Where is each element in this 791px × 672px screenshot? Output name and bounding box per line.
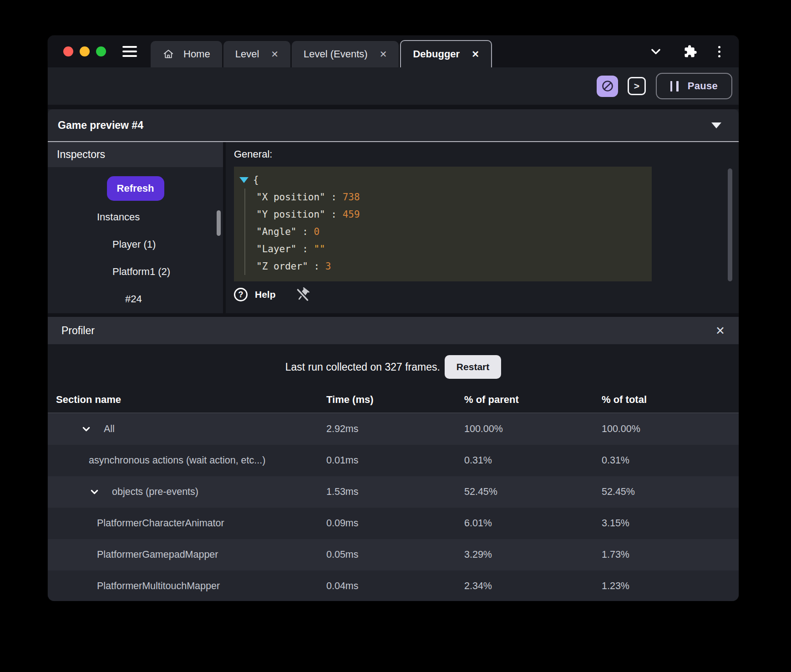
column-header-parent: % of parent [464, 394, 602, 406]
json-property-row[interactable]: "Y position" : 459 [256, 206, 652, 223]
tab-close-icon[interactable]: ✕ [271, 50, 279, 59]
refresh-button[interactable]: Refresh [107, 176, 164, 201]
hamburger-menu-icon[interactable] [122, 46, 137, 57]
profiler-toggle-button[interactable] [597, 76, 618, 97]
expand-triangle-icon[interactable] [239, 177, 248, 183]
tab[interactable]: Debugger ✕ [400, 40, 492, 67]
pause-button[interactable]: Pause [656, 73, 732, 99]
profiler-table: All 2.92ms 100.00% 100.00% asynchronous … [48, 412, 739, 601]
help-icon[interactable]: ? [234, 288, 248, 301]
pause-icon [670, 81, 679, 92]
property-value: 738 [343, 192, 360, 203]
profiler-table-row[interactable]: asynchronous actions (wait action, etc..… [48, 445, 739, 476]
property-value: "" [314, 244, 325, 255]
inspector-item-label: #24 [125, 293, 142, 305]
section-percent-total: 3.15% [602, 518, 739, 529]
inspectors-scrollbar-thumb[interactable] [217, 210, 221, 236]
tab-label: Debugger [413, 48, 460, 60]
profiler-status-row: Last run collected on 327 frames. Restar… [48, 355, 739, 379]
traffic-light-zoom[interactable] [96, 46, 106, 56]
section-percent-total: 0.31% [602, 455, 739, 466]
property-value: 0 [314, 226, 319, 237]
json-property-row[interactable]: "X position" : 738 [256, 188, 652, 206]
console-button[interactable]: > [628, 77, 646, 95]
property-key: "Z order" [256, 261, 308, 272]
chevron-down-icon[interactable] [649, 45, 663, 58]
section-time: 0.04ms [326, 580, 464, 592]
property-key: "Angle" [256, 226, 297, 237]
profiler-table-row[interactable]: objects (pre-events) 1.53ms 52.45% 52.45… [48, 476, 739, 508]
inspectors-panel-header: Inspectors [48, 142, 223, 167]
profiler-status-text: Last run collected on 327 frames. [285, 361, 440, 373]
tab[interactable]: Home ✕ [151, 41, 222, 67]
json-property-row[interactable]: "Z order" : 3 [256, 258, 652, 275]
section-name: PlatformerMultitouchMapper [97, 580, 220, 592]
dropdown-caret-icon[interactable] [711, 122, 721, 128]
profiler-table-row[interactable]: PlatformerMultitouchMapper 0.04ms 2.34% … [48, 570, 739, 601]
inspector-tree-item[interactable]: Instances [48, 204, 223, 231]
tab-close-icon[interactable]: ✕ [380, 50, 387, 59]
game-preview-header[interactable]: Game preview #4 [48, 109, 739, 142]
section-time: 0.01ms [326, 455, 464, 466]
section-percent-total: 1.73% [602, 549, 739, 560]
section-time: 0.09ms [326, 518, 464, 529]
json-property-row[interactable]: "Angle" : 0 [256, 223, 652, 240]
tab[interactable]: Level ✕ [223, 41, 290, 67]
debugger-panels: Inspectors Refresh Instances Player (1) [48, 142, 739, 313]
property-key: "X position" [256, 192, 325, 203]
help-link[interactable]: Help [255, 289, 276, 300]
tab-close-icon[interactable]: ✕ [472, 50, 479, 59]
column-header-total: % of total [602, 394, 739, 406]
general-section-title: General: [234, 148, 739, 160]
tab-label: Home [183, 48, 210, 60]
inspector-tree-item[interactable]: #24 [48, 285, 223, 313]
inspector-tree-item[interactable]: Player (1) [48, 231, 223, 258]
section-percent-total: 100.00% [602, 423, 739, 435]
titlebar-actions [649, 45, 720, 58]
kebab-menu-icon[interactable] [718, 46, 720, 57]
traffic-light-minimize[interactable] [80, 46, 90, 56]
profiler-table-row[interactable]: PlatformerGamepadMapper 0.05ms 3.29% 1.7… [48, 539, 739, 570]
inspector-tree: Instances Player (1) Platform1 (2) #24 [48, 204, 223, 313]
inspector-tree-item[interactable]: Platform1 (2) [48, 258, 223, 285]
tab-strip: Home ✕ Level ✕ [151, 36, 640, 67]
inspector-item-label: Player (1) [112, 239, 156, 250]
traffic-light-close[interactable] [63, 46, 73, 56]
section-percent-parent: 52.45% [464, 486, 602, 498]
inspector-item-label: Platform1 (2) [112, 266, 170, 277]
profiler-close-icon[interactable]: ✕ [715, 324, 725, 337]
section-name: objects (pre-events) [112, 486, 198, 498]
profiler-title: Profiler [61, 325, 95, 337]
divider [48, 105, 739, 109]
profiler-table-row[interactable]: PlatformerCharacterAnimator 0.09ms 6.01%… [48, 508, 739, 539]
section-name: PlatformerCharacterAnimator [97, 518, 224, 529]
tab-label: Level (Events) [304, 48, 368, 60]
section-percent-parent: 3.29% [464, 549, 602, 560]
unpin-icon[interactable] [295, 287, 310, 302]
extensions-puzzle-icon[interactable] [684, 45, 697, 58]
tab[interactable]: Level (Events) ✕ [292, 41, 399, 67]
section-percent-parent: 0.31% [464, 455, 602, 466]
property-key: "Layer" [256, 244, 297, 255]
chevron-down-icon[interactable] [89, 486, 100, 498]
property-key: "Y position" [256, 209, 325, 220]
console-prompt-icon: > [634, 81, 639, 92]
json-property-row[interactable]: "Layer" : "" [256, 240, 652, 258]
restart-button[interactable]: Restart [445, 355, 501, 379]
profiler-table-header: Section name Time (ms) % of parent % of … [48, 387, 739, 412]
general-scrollbar[interactable] [728, 168, 732, 281]
property-value: 459 [343, 209, 360, 220]
section-percent-parent: 100.00% [464, 423, 602, 435]
section-percent-total: 52.45% [602, 486, 739, 498]
tab-bar: Home ✕ Level ✕ [48, 36, 739, 67]
column-header-time: Time (ms) [326, 394, 464, 406]
game-preview-title: Game preview #4 [58, 119, 143, 132]
inspectors-list: Refresh Instances Player (1) Platform1 (… [48, 167, 223, 313]
inspector-item-label: Instances [97, 211, 140, 223]
json-properties: "X position" : 738 "Y position" : 459 "A… [244, 188, 652, 275]
profiler-table-row[interactable]: All 2.92ms 100.00% 100.00% [48, 413, 739, 445]
section-percent-parent: 2.34% [464, 580, 602, 592]
profiler-body: Last run collected on 327 frames. Restar… [48, 344, 739, 601]
chevron-down-icon[interactable] [81, 423, 92, 435]
section-name: All [104, 423, 115, 435]
